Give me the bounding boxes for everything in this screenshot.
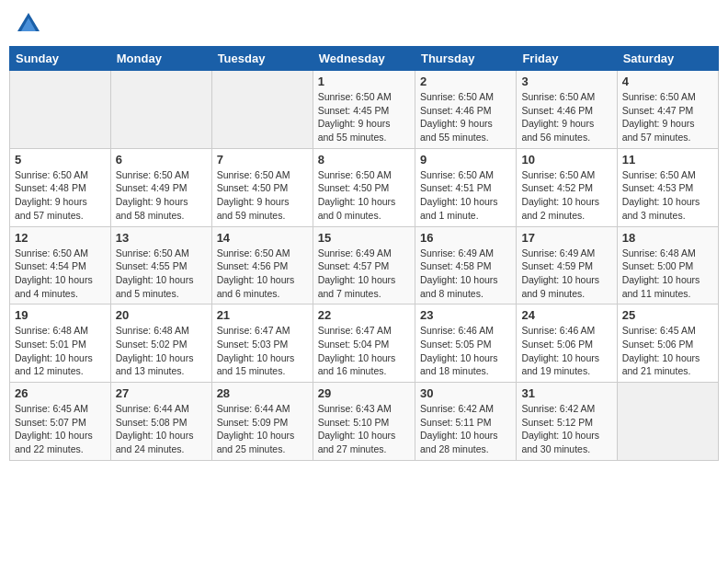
calendar-cell: 1Sunrise: 6:50 AM Sunset: 4:45 PM Daylig… [313, 71, 415, 149]
week-row-3: 12Sunrise: 6:50 AM Sunset: 4:54 PM Dayli… [10, 226, 719, 304]
calendar-cell: 28Sunrise: 6:44 AM Sunset: 5:09 PM Dayli… [211, 383, 313, 461]
calendar-cell: 29Sunrise: 6:43 AM Sunset: 5:10 PM Dayli… [313, 383, 415, 461]
calendar-cell: 19Sunrise: 6:48 AM Sunset: 5:01 PM Dayli… [10, 304, 111, 383]
day-info: Sunrise: 6:42 AM Sunset: 5:12 PM Dayligh… [521, 402, 611, 456]
day-number: 21 [217, 308, 308, 322]
calendar-cell [617, 383, 718, 461]
calendar-cell [10, 71, 111, 149]
calendar-cell: 21Sunrise: 6:47 AM Sunset: 5:03 PM Dayli… [211, 304, 313, 383]
day-info: Sunrise: 6:49 AM Sunset: 4:59 PM Dayligh… [521, 247, 611, 301]
calendar-cell: 13Sunrise: 6:50 AM Sunset: 4:55 PM Dayli… [110, 226, 211, 304]
day-info: Sunrise: 6:46 AM Sunset: 5:06 PM Dayligh… [521, 324, 611, 378]
day-number: 30 [420, 386, 511, 400]
day-info: Sunrise: 6:50 AM Sunset: 4:46 PM Dayligh… [521, 90, 611, 144]
day-info: Sunrise: 6:50 AM Sunset: 4:55 PM Dayligh… [116, 247, 207, 301]
day-number: 20 [116, 308, 207, 322]
day-info: Sunrise: 6:43 AM Sunset: 5:10 PM Dayligh… [318, 402, 410, 456]
day-number: 18 [622, 231, 713, 245]
day-info: Sunrise: 6:50 AM Sunset: 4:49 PM Dayligh… [116, 168, 207, 223]
calendar-cell: 23Sunrise: 6:46 AM Sunset: 5:05 PM Dayli… [415, 304, 516, 383]
day-info: Sunrise: 6:50 AM Sunset: 4:48 PM Dayligh… [15, 168, 106, 223]
day-info: Sunrise: 6:50 AM Sunset: 4:47 PM Dayligh… [622, 90, 713, 144]
day-number: 14 [217, 231, 308, 245]
day-info: Sunrise: 6:45 AM Sunset: 5:07 PM Dayligh… [15, 402, 106, 456]
calendar-cell: 12Sunrise: 6:50 AM Sunset: 4:54 PM Dayli… [10, 226, 111, 304]
day-info: Sunrise: 6:44 AM Sunset: 5:08 PM Dayligh… [116, 402, 207, 456]
calendar-cell: 6Sunrise: 6:50 AM Sunset: 4:49 PM Daylig… [110, 148, 211, 226]
weekday-header-thursday: Thursday [415, 47, 516, 71]
weekday-header-saturday: Saturday [617, 47, 718, 71]
day-number: 29 [318, 386, 410, 400]
calendar-cell: 14Sunrise: 6:50 AM Sunset: 4:56 PM Dayli… [211, 226, 313, 304]
calendar-cell: 8Sunrise: 6:50 AM Sunset: 4:50 PM Daylig… [313, 148, 415, 226]
day-info: Sunrise: 6:50 AM Sunset: 4:53 PM Dayligh… [622, 168, 713, 223]
day-number: 24 [521, 308, 611, 322]
day-number: 13 [116, 231, 207, 245]
day-info: Sunrise: 6:46 AM Sunset: 5:05 PM Dayligh… [420, 324, 511, 378]
day-number: 16 [420, 231, 511, 245]
calendar-cell: 2Sunrise: 6:50 AM Sunset: 4:46 PM Daylig… [415, 71, 516, 149]
calendar-cell [211, 71, 313, 149]
day-info: Sunrise: 6:48 AM Sunset: 5:01 PM Dayligh… [15, 324, 106, 378]
day-number: 5 [15, 153, 106, 167]
weekday-header-row: SundayMondayTuesdayWednesdayThursdayFrid… [10, 47, 719, 71]
calendar-cell: 31Sunrise: 6:42 AM Sunset: 5:12 PM Dayli… [517, 383, 617, 461]
day-number: 1 [318, 75, 410, 88]
day-number: 17 [521, 231, 611, 245]
calendar-cell: 10Sunrise: 6:50 AM Sunset: 4:52 PM Dayli… [517, 148, 617, 226]
weekday-header-friday: Friday [517, 47, 617, 71]
logo [14, 9, 47, 39]
day-number: 28 [217, 386, 308, 400]
day-info: Sunrise: 6:48 AM Sunset: 5:00 PM Dayligh… [622, 247, 713, 301]
day-number: 9 [420, 153, 511, 167]
week-row-4: 19Sunrise: 6:48 AM Sunset: 5:01 PM Dayli… [10, 304, 719, 383]
calendar-cell: 11Sunrise: 6:50 AM Sunset: 4:53 PM Dayli… [617, 148, 718, 226]
day-info: Sunrise: 6:47 AM Sunset: 5:03 PM Dayligh… [217, 324, 308, 378]
day-info: Sunrise: 6:50 AM Sunset: 4:50 PM Dayligh… [318, 168, 410, 223]
day-info: Sunrise: 6:50 AM Sunset: 4:46 PM Dayligh… [420, 90, 511, 144]
calendar-table: SundayMondayTuesdayWednesdayThursdayFrid… [9, 46, 719, 461]
day-info: Sunrise: 6:50 AM Sunset: 4:51 PM Dayligh… [420, 168, 511, 223]
day-number: 10 [521, 153, 611, 167]
day-number: 6 [116, 153, 207, 167]
day-number: 23 [420, 308, 511, 322]
calendar-cell: 25Sunrise: 6:45 AM Sunset: 5:06 PM Dayli… [617, 304, 718, 383]
week-row-5: 26Sunrise: 6:45 AM Sunset: 5:07 PM Dayli… [10, 383, 719, 461]
day-info: Sunrise: 6:49 AM Sunset: 4:58 PM Dayligh… [420, 247, 511, 301]
day-info: Sunrise: 6:48 AM Sunset: 5:02 PM Dayligh… [116, 324, 207, 378]
calendar-cell: 3Sunrise: 6:50 AM Sunset: 4:46 PM Daylig… [517, 71, 617, 149]
day-number: 15 [318, 231, 410, 245]
weekday-header-monday: Monday [110, 47, 211, 71]
calendar-cell: 27Sunrise: 6:44 AM Sunset: 5:08 PM Dayli… [110, 383, 211, 461]
calendar-cell: 24Sunrise: 6:46 AM Sunset: 5:06 PM Dayli… [517, 304, 617, 383]
logo-icon [14, 9, 43, 39]
day-info: Sunrise: 6:49 AM Sunset: 4:57 PM Dayligh… [318, 247, 410, 301]
day-info: Sunrise: 6:50 AM Sunset: 4:56 PM Dayligh… [217, 247, 308, 301]
calendar-cell [110, 71, 211, 149]
calendar-cell: 20Sunrise: 6:48 AM Sunset: 5:02 PM Dayli… [110, 304, 211, 383]
day-info: Sunrise: 6:50 AM Sunset: 4:54 PM Dayligh… [15, 247, 106, 301]
header [9, 9, 719, 39]
day-info: Sunrise: 6:42 AM Sunset: 5:11 PM Dayligh… [420, 402, 511, 456]
calendar-page: SundayMondayTuesdayWednesdayThursdayFrid… [0, 0, 728, 470]
day-number: 12 [15, 231, 106, 245]
day-number: 22 [318, 308, 410, 322]
calendar-cell: 16Sunrise: 6:49 AM Sunset: 4:58 PM Dayli… [415, 226, 516, 304]
day-info: Sunrise: 6:50 AM Sunset: 4:52 PM Dayligh… [521, 168, 611, 223]
weekday-header-sunday: Sunday [10, 47, 111, 71]
calendar-cell: 22Sunrise: 6:47 AM Sunset: 5:04 PM Dayli… [313, 304, 415, 383]
day-number: 4 [622, 75, 713, 88]
weekday-header-wednesday: Wednesday [313, 47, 415, 71]
day-number: 19 [15, 308, 106, 322]
calendar-cell: 17Sunrise: 6:49 AM Sunset: 4:59 PM Dayli… [517, 226, 617, 304]
day-number: 26 [15, 386, 106, 400]
calendar-cell: 18Sunrise: 6:48 AM Sunset: 5:00 PM Dayli… [617, 226, 718, 304]
calendar-cell: 15Sunrise: 6:49 AM Sunset: 4:57 PM Dayli… [313, 226, 415, 304]
week-row-2: 5Sunrise: 6:50 AM Sunset: 4:48 PM Daylig… [10, 148, 719, 226]
day-number: 3 [521, 75, 611, 88]
day-info: Sunrise: 6:50 AM Sunset: 4:50 PM Dayligh… [217, 168, 308, 223]
day-number: 11 [622, 153, 713, 167]
calendar-cell: 30Sunrise: 6:42 AM Sunset: 5:11 PM Dayli… [415, 383, 516, 461]
calendar-cell: 7Sunrise: 6:50 AM Sunset: 4:50 PM Daylig… [211, 148, 313, 226]
day-number: 7 [217, 153, 308, 167]
